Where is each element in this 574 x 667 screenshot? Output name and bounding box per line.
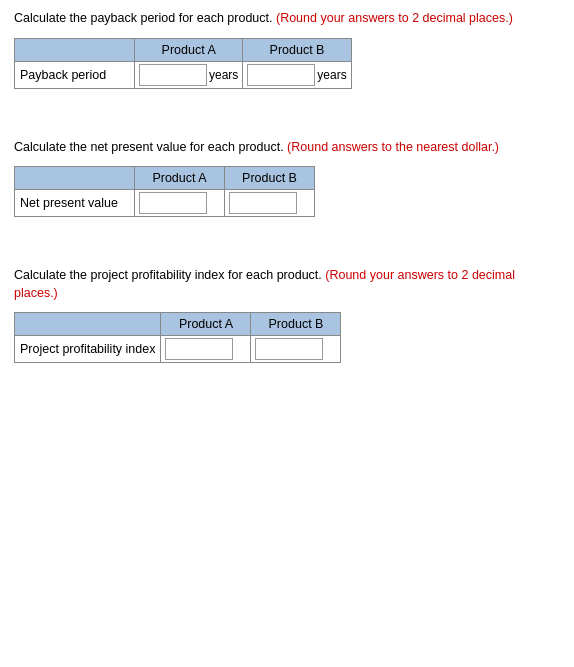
npv-corner-header: [15, 167, 135, 190]
payback-input-a[interactable]: [139, 64, 207, 86]
payback-header-b: Product B: [243, 38, 351, 61]
npv-header-b: Product B: [225, 167, 315, 190]
payback-input-b[interactable]: [247, 64, 315, 86]
ppi-table: Product A Product B Project profitabilit…: [14, 312, 341, 363]
npv-row-label: Net present value: [15, 190, 135, 217]
payback-instruction: Calculate the payback period for each pr…: [14, 10, 560, 28]
npv-instruction: Calculate the net present value for each…: [14, 139, 560, 157]
ppi-instruction-text: Calculate the project profitability inde…: [14, 268, 325, 282]
npv-section: Calculate the net present value for each…: [14, 139, 560, 218]
payback-input-a-cell: years: [135, 61, 243, 88]
npv-header-a: Product A: [135, 167, 225, 190]
ppi-input-a-cell: [161, 336, 251, 363]
payback-table-wrapper: Product A Product B Payback period years: [14, 38, 560, 89]
ppi-row-label: Project profitability index: [15, 336, 161, 363]
npv-instruction-highlight: (Round answers to the nearest dollar.): [287, 140, 499, 154]
npv-table-wrapper: Product A Product B Net present value: [14, 166, 560, 217]
payback-a-unit-wrapper: years: [139, 64, 238, 86]
payback-input-b-cell: years: [243, 61, 351, 88]
npv-input-a[interactable]: [139, 192, 207, 214]
payback-row-label: Payback period: [15, 61, 135, 88]
payback-header-a: Product A: [135, 38, 243, 61]
payback-table: Product A Product B Payback period years: [14, 38, 352, 89]
ppi-section: Calculate the project profitability inde…: [14, 267, 560, 363]
ppi-instruction: Calculate the project profitability inde…: [14, 267, 560, 302]
npv-input-b-cell: [225, 190, 315, 217]
ppi-header-a: Product A: [161, 313, 251, 336]
payback-instruction-text: Calculate the payback period for each pr…: [14, 11, 276, 25]
ppi-corner-header: [15, 313, 161, 336]
payback-corner-header: [15, 38, 135, 61]
payback-b-unit-wrapper: years: [247, 64, 346, 86]
ppi-table-wrapper: Product A Product B Project profitabilit…: [14, 312, 560, 363]
payback-unit-a: years: [209, 68, 238, 82]
payback-unit-b: years: [317, 68, 346, 82]
npv-input-a-cell: [135, 190, 225, 217]
payback-instruction-highlight: (Round your answers to 2 decimal places.…: [276, 11, 513, 25]
ppi-input-b[interactable]: [255, 338, 323, 360]
ppi-input-b-cell: [251, 336, 341, 363]
npv-table: Product A Product B Net present value: [14, 166, 315, 217]
ppi-input-a[interactable]: [165, 338, 233, 360]
ppi-header-b: Product B: [251, 313, 341, 336]
npv-instruction-text: Calculate the net present value for each…: [14, 140, 287, 154]
payback-period-section: Calculate the payback period for each pr…: [14, 10, 560, 89]
npv-input-b[interactable]: [229, 192, 297, 214]
